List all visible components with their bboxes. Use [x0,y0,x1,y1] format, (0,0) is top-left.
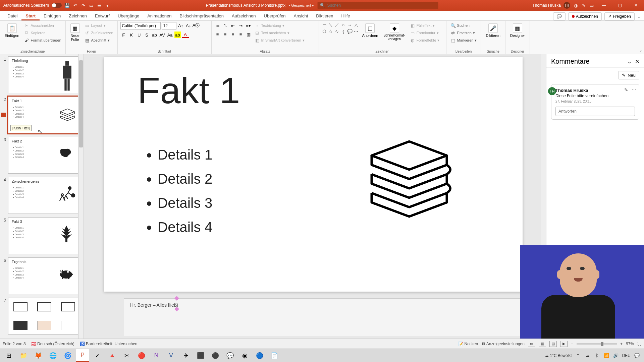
app3-icon[interactable]: 💬 [223,349,237,362]
tab-uebergaenge[interactable]: Übergänge [114,11,143,20]
paste-button[interactable]: 📋 Einfügen [3,22,21,53]
app2-icon[interactable]: ⬛ [194,349,207,362]
notes-toggle[interactable]: 📝 Notizen [458,342,478,346]
todoist-icon[interactable]: ✓ [91,349,104,362]
dictate-button[interactable]: 🎤 Diktieren [484,22,502,53]
line-spacing-icon[interactable]: ≡▾ [245,22,252,29]
align-text-button[interactable]: ⊟Text ausrichten ▾ [253,29,306,36]
collapse-pane-icon[interactable]: ⌄ [627,58,632,65]
clear-format-icon[interactable]: Aⓧ [193,22,200,29]
numbering-icon[interactable]: ⒈ [222,22,229,29]
save-icon[interactable]: 💾 [64,3,70,8]
app6-icon[interactable]: 📄 [268,349,281,362]
bullets-icon[interactable]: ≔ [214,22,221,29]
slide-position[interactable]: Folie 2 von 8 [3,342,26,346]
reading-view-icon[interactable]: ▤ [549,341,557,347]
tab-start[interactable]: Start [21,11,40,20]
firefox-icon[interactable]: 🦊 [32,349,45,362]
new-slide-button[interactable]: ▦ Neue Folie [68,22,82,53]
bullet-item[interactable]: Details 3 [158,195,212,211]
tab-datei[interactable]: Datei [3,11,21,20]
notifications-icon[interactable]: 💬 [634,353,640,359]
slide-thumbnail[interactable]: Zwischenergenis Details 1Details 2Detail… [8,177,80,214]
app5-icon[interactable]: 🔵 [253,349,266,362]
autosave-toggle[interactable] [52,3,62,8]
slide-thumbnail[interactable] [8,298,80,335]
change-case-icon[interactable]: Aa [167,32,173,38]
font-size-combo[interactable]: 12 [162,22,176,29]
char-spacing-icon[interactable]: AV [159,32,166,38]
shape-brace-icon[interactable]: { [341,28,346,34]
file-explorer-icon[interactable]: 📁 [17,349,30,362]
tab-ueberpruefen[interactable]: Überprüfen [260,11,290,20]
shape-effects-button[interactable]: ◐Formeffekte ▾ [409,37,441,44]
increase-indent-icon[interactable]: ⇥ [237,22,244,29]
close-button[interactable]: ✕ [629,0,643,11]
onenote-icon[interactable]: N [150,349,163,362]
font-color-icon[interactable]: A [182,32,189,38]
bullet-item[interactable]: Details 2 [158,171,212,187]
ribbon-display-icon[interactable]: ▭ [589,3,594,8]
comment-more-icon[interactable]: ⋯ [632,87,636,93]
fit-to-window-icon[interactable]: ⛶ [637,342,641,346]
notes-input[interactable] [130,302,517,308]
obs-icon[interactable]: ⚫ [209,349,222,362]
onedrive-icon[interactable]: ☁ [585,353,591,359]
font-name-combo[interactable]: Calibri (Textkörper) [120,22,161,29]
comment-card[interactable]: TH ✎ ⋯ Thomas Hruska Diese Folie bitte v… [551,84,639,120]
align-right-icon[interactable]: ≡ [230,31,236,38]
comment-reply-input[interactable] [555,107,635,116]
zoom-value[interactable]: 97% [626,342,634,346]
justify-icon[interactable]: ≡ [237,31,244,38]
slide-heading[interactable]: Fakt 1 [138,69,240,112]
vlc-icon[interactable]: 🔺 [105,349,119,362]
edge-icon[interactable]: 🌀 [61,349,74,362]
tab-hilfe[interactable]: Hilfe [337,11,354,20]
format-painter-button[interactable]: 🖌Format übertragen [22,37,62,44]
align-left-icon[interactable]: ≡ [214,31,221,38]
slide-canvas[interactable]: Fakt 1 Details 1 Details 2 Details 3 Det… [104,57,523,292]
touch-mode-icon[interactable]: ☰ [97,3,102,8]
bold-button[interactable]: F [120,32,127,38]
app-icon[interactable]: 🔴 [135,349,148,362]
qat-dropdown-icon[interactable]: ▾ [105,3,110,8]
search-input[interactable] [327,3,435,8]
wifi-icon[interactable]: 📶 [603,353,609,359]
underline-button[interactable]: U [136,32,143,38]
ribbon-collapse-icon[interactable]: ⌄ [637,14,641,19]
text-direction-button[interactable]: ↕Textrichtung ▾ [253,22,306,29]
tab-diktieren[interactable]: Diktieren [312,11,337,20]
undo-icon[interactable]: ↶ [72,3,78,8]
comment-marker-icon[interactable] [1,113,6,117]
quick-styles-button[interactable]: ◆ Schnellformat- vorlagen [381,22,407,53]
zoom-in-icon[interactable]: + [620,342,623,346]
normal-view-icon[interactable]: ▭ [528,341,535,347]
edit-comment-icon[interactable]: ✎ [624,87,628,93]
close-pane-icon[interactable]: ✕ [635,58,639,65]
user-avatar[interactable]: TH [564,2,570,9]
smartart-button[interactable]: ◧In SmartArt konvertieren ▾ [253,37,306,44]
slide-thumbnails-panel[interactable]: 1 Einleitung Details 1Details 2Details 3… [0,54,84,339]
search-box[interactable]: 🔍 [317,2,438,9]
tab-zeichnen[interactable]: Zeichnen [65,11,91,20]
display-settings[interactable]: 🖥 Anzeigeeinstellungen [481,342,525,346]
share-button[interactable]: ↗Freigeben [604,12,635,20]
decrease-font-icon[interactable]: A↓ [185,22,192,29]
shape-oval-icon[interactable]: ○ [341,22,346,27]
telegram-icon[interactable]: ✈ [179,349,193,362]
privacy-icon[interactable]: ◑ [573,3,578,8]
shape-outline-button[interactable]: ▭Formkontur ▾ [409,29,441,36]
sorter-view-icon[interactable]: ▦ [539,341,546,347]
saved-indicator[interactable]: • Gespeichert ▾ [289,3,314,8]
bluetooth-icon[interactable]: ᛒ [594,353,600,359]
tab-entwurf[interactable]: Entwurf [91,11,114,20]
shape-rect-icon[interactable]: ▭ [322,22,327,27]
user-name[interactable]: Thomas Hruska [532,3,561,8]
coming-soon-icon[interactable]: ✎ [581,3,586,8]
shape-curve-icon[interactable]: ∿ [334,28,340,34]
decrease-indent-icon[interactable]: ⇤ [230,22,236,29]
bullet-item[interactable]: Details 4 [158,219,212,235]
new-comment-button[interactable]: ✎ Neu [618,71,639,79]
section-button[interactable]: ▤Abschnitt ▾ [83,37,115,44]
arrange-button[interactable]: ◫ Anordnen [360,22,380,53]
